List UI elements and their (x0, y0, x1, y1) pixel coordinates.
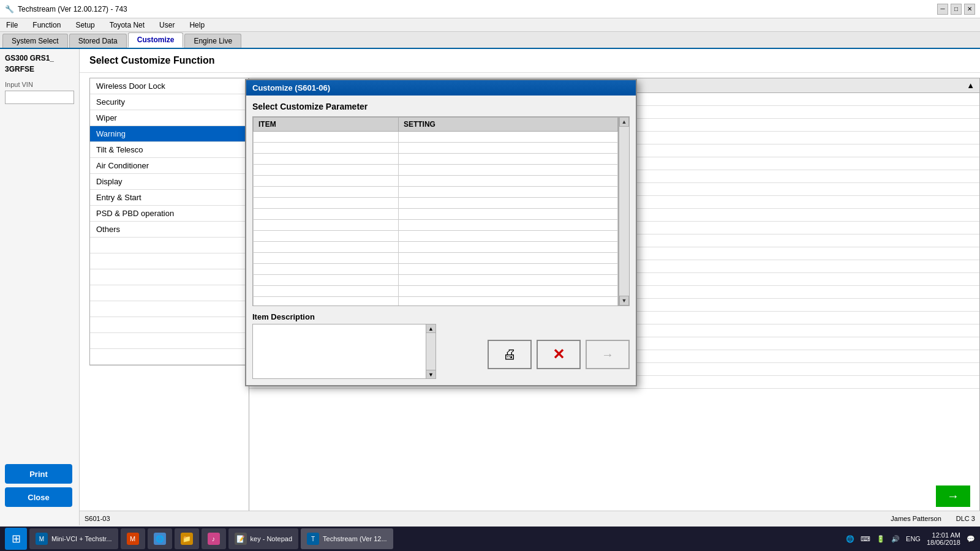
menu-help[interactable]: Help (186, 20, 208, 31)
close-button[interactable]: Close (5, 487, 72, 507)
modal-row-15 (254, 286, 618, 297)
tab-engine-live[interactable]: Engine Live (184, 34, 241, 48)
taskbar-app-mini-vci[interactable]: M Mini-VCI + Techstr... (29, 528, 118, 549)
desc-scroll-track (426, 333, 435, 370)
modal-desc-area: ▲ ▼ 🖨 ✕ (252, 324, 630, 379)
function-item-tilt-telesco[interactable]: Tilt & Telesco (90, 142, 248, 158)
bottom-status-bar: S601-03 James Patterson DLC 3 (80, 511, 980, 525)
modal-cancel-button[interactable]: ✕ (537, 340, 581, 369)
tab-system-select[interactable]: System Select (2, 34, 68, 48)
modal-body: Select Customize Parameter ITEM SETTING (246, 96, 636, 385)
arrow-right-icon: → (601, 348, 614, 362)
gmail-icon: M (127, 533, 139, 545)
desc-scroll-up[interactable]: ▲ (426, 324, 435, 333)
x-icon: ✕ (552, 346, 565, 363)
titlebar: 🔧 Techstream (Ver 12.00.127) - 743 ─ □ ✕ (0, 0, 980, 18)
app-icon: 🔧 (5, 5, 14, 13)
browser-icon: 🌐 (154, 533, 166, 545)
taskbar-date-display: 18/06/2018 (927, 539, 960, 546)
function-item-display[interactable]: Display (90, 174, 248, 190)
input-vin-field[interactable] (5, 91, 74, 104)
modal-row-11 (254, 242, 618, 253)
taskbar-app-files[interactable]: 📁 (175, 528, 199, 549)
tab-customize[interactable]: Customize (128, 32, 184, 48)
status-right: James Patterson DLC 3 (891, 515, 975, 522)
maximize-button[interactable]: □ (951, 4, 962, 15)
desc-scroll-down[interactable]: ▼ (426, 370, 435, 378)
modal-table: ITEM SETTING (253, 117, 618, 306)
desc-scrollbar[interactable]: ▲ ▼ (426, 324, 435, 378)
menu-file[interactable]: File (2, 20, 21, 31)
scroll-up-icon[interactable]: ▲ (967, 81, 974, 90)
modal-desc-box: ▲ ▼ (252, 324, 436, 379)
notifications-icon[interactable]: 💬 (967, 535, 975, 543)
notepad-icon: 📝 (235, 533, 247, 545)
modal-title-bar: Customize (S601-06) (246, 80, 636, 96)
lang-label: ENG (906, 535, 921, 542)
modal-buttons: 🖨 ✕ → (488, 330, 630, 379)
titlebar-left: 🔧 Techstream (Ver 12.00.127) - 743 (5, 5, 127, 13)
function-list-container: Wireless Door Lock Security Wiper Warnin… (89, 78, 249, 365)
modal-row-2 (254, 143, 618, 154)
menu-toyotanet[interactable]: Toyota Net (106, 20, 148, 31)
taskbar-right: 🌐 ⌨ 🔋 🔊 ENG 12:01 AM 18/06/2018 💬 (846, 531, 975, 546)
taskbar-app-browser[interactable]: 🌐 (148, 528, 172, 549)
function-item-security[interactable]: Security (90, 94, 248, 110)
modal-row-5 (254, 176, 618, 187)
function-item-others[interactable]: Others (90, 222, 248, 238)
function-item-empty-2 (90, 253, 248, 269)
function-item-empty-5 (90, 301, 248, 317)
status-left: S601-03 (85, 515, 110, 522)
taskbar: ⊞ M Mini-VCI + Techstr... M 🌐 📁 ♪ 📝 key … (0, 527, 980, 551)
close-button[interactable]: ✕ (964, 4, 975, 15)
taskbar-start-button[interactable]: ⊞ (5, 528, 27, 550)
function-item-empty-3 (90, 269, 248, 285)
windows-icon: ⊞ (12, 532, 21, 545)
taskbar-clock: 12:01 AM 18/06/2018 (927, 531, 960, 546)
vehicle-name-line2: 3GRFSE (5, 65, 74, 73)
function-item-wiper[interactable]: Wiper (90, 110, 248, 126)
function-item-empty-7 (90, 333, 248, 349)
tabbar: System Select Stored Data Customize Engi… (0, 32, 980, 49)
modal-row-1 (254, 132, 618, 143)
nav-arrow-button[interactable]: → (936, 485, 970, 507)
techstream-icon: T (307, 533, 319, 545)
modal-table-container: ITEM SETTING (252, 116, 619, 306)
taskbar-app-music[interactable]: ♪ (202, 528, 226, 549)
function-item-air-conditioner[interactable]: Air Conditioner (90, 158, 248, 174)
modal-print-button[interactable]: 🖨 (488, 340, 532, 369)
minimize-button[interactable]: ─ (937, 4, 948, 15)
menubar: File Function Setup Toyota Net User Help (0, 18, 980, 32)
taskbar-time-display: 12:01 AM (927, 531, 960, 539)
function-item-wireless-door-lock[interactable]: Wireless Door Lock (90, 78, 248, 94)
scroll-up-btn[interactable]: ▲ (619, 117, 629, 127)
modal-row-10 (254, 231, 618, 242)
menu-user[interactable]: User (156, 20, 178, 31)
modal-title-text: Customize (S601-06) (252, 83, 330, 92)
printer-icon: 🖨 (503, 347, 516, 362)
function-item-psd-pbd[interactable]: PSD & PBD operation (90, 206, 248, 222)
titlebar-title: Techstream (Ver 12.00.127) - 743 (18, 5, 127, 13)
tab-stored-data[interactable]: Stored Data (69, 34, 127, 48)
taskbar-app-techstream[interactable]: T Techstream (Ver 12... (301, 528, 393, 549)
input-vin-label: Input VIN (5, 81, 74, 88)
modal-next-button[interactable]: → (586, 340, 630, 369)
modal-row-13 (254, 264, 618, 275)
menu-function[interactable]: Function (29, 20, 64, 31)
modal-table-area: ITEM SETTING (252, 116, 630, 306)
menu-setup[interactable]: Setup (72, 20, 98, 31)
function-item-empty-4 (90, 285, 248, 301)
taskbar-app-notepad[interactable]: 📝 key - Notepad (228, 528, 298, 549)
nav-arrow-icon: → (947, 489, 959, 503)
function-item-warning[interactable]: Warning (90, 126, 248, 142)
taskbar-app-gmail[interactable]: M (121, 528, 145, 549)
network-icon: 🌐 (846, 535, 854, 543)
function-item-entry-start[interactable]: Entry & Start (90, 190, 248, 206)
print-button[interactable]: Print (5, 464, 72, 484)
content-area: Select Customize Function Wireless Door … (80, 49, 980, 525)
modal-row-3 (254, 154, 618, 165)
modal-scrollbar[interactable]: ▲ ▼ (619, 116, 630, 306)
files-icon: 📁 (181, 533, 193, 545)
scroll-down-btn[interactable]: ▼ (619, 296, 629, 305)
titlebar-controls[interactable]: ─ □ ✕ (937, 4, 975, 15)
